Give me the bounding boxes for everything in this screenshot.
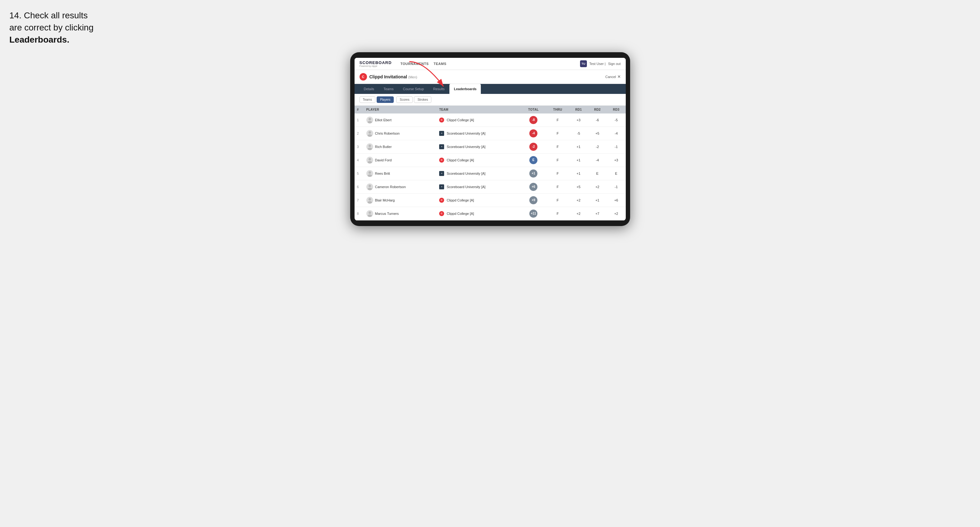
instruction-line3: Leaderboards. [10, 35, 69, 44]
cell-total: -8 [521, 113, 546, 127]
tournament-name: Clippd Invitational (Men) [369, 74, 606, 79]
cell-team: CClippd College [A] [437, 153, 521, 167]
player-name: Elliot Ebert [375, 118, 391, 122]
nav-tournaments[interactable]: TOURNAMENTS [400, 60, 429, 67]
cell-pos: 3 [355, 140, 364, 153]
cell-player: Marcus Turners [364, 207, 437, 220]
cell-team: CClippd College [A] [437, 113, 521, 127]
cell-rd2: +2 [588, 180, 607, 194]
cell-team: ≡Scoreboard University [A] [437, 167, 521, 180]
filter-teams[interactable]: Teams [360, 96, 375, 103]
cancel-button[interactable]: Cancel ✕ [605, 74, 620, 79]
cell-thru: F [546, 153, 569, 167]
table-row: 2Chris Robertson≡Scoreboard University [… [355, 127, 626, 140]
tablet-wrapper: SCOREBOARD Powered by clippd TOURNAMENTS… [350, 52, 630, 226]
leaderboard-body: 1Elliot EbertCClippd College [A]-8F+3-6-… [355, 113, 626, 221]
cell-team: ≡Scoreboard University [A] [437, 127, 521, 140]
tab-details[interactable]: Details [360, 84, 379, 94]
player-avatar [366, 210, 373, 217]
table-row: 3Rich Butler≡Scoreboard University [A]-2… [355, 140, 626, 153]
cell-thru: F [546, 167, 569, 180]
svg-point-5 [369, 144, 371, 147]
svg-point-3 [369, 131, 371, 134]
cell-thru: F [546, 180, 569, 194]
cell-rd3: E [607, 167, 626, 180]
col-rd3: RD3 [607, 106, 626, 113]
player-avatar [366, 143, 373, 150]
cell-thru: F [546, 140, 569, 153]
col-thru: THRU [546, 106, 569, 113]
user-avatar: TU [580, 60, 587, 67]
cell-player: Blair McHarg [364, 194, 437, 207]
cell-player: Chris Robertson [364, 127, 437, 140]
tab-teams[interactable]: Teams [379, 84, 398, 94]
col-pos: # [355, 106, 364, 113]
player-avatar [366, 170, 373, 177]
cell-thru: F [546, 194, 569, 207]
cell-total: -4 [521, 127, 546, 140]
score-badge: -2 [529, 143, 538, 151]
player-name: David Ford [375, 158, 392, 162]
tab-leaderboards[interactable]: Leaderboards [449, 84, 481, 94]
cell-rd2: -4 [588, 153, 607, 167]
cell-total: +11 [521, 207, 546, 220]
instruction-line2: are correct by clicking [10, 23, 94, 32]
cell-rd1: -5 [569, 127, 588, 140]
svg-point-11 [369, 185, 371, 187]
cell-team: CClippd College [A] [437, 194, 521, 207]
cell-rd3: -1 [607, 140, 626, 153]
svg-point-14 [368, 201, 372, 204]
player-name: Marcus Turners [375, 212, 399, 216]
player-name: Blair McHarg [375, 198, 395, 202]
cell-pos: 2 [355, 127, 364, 140]
cell-rd3: +6 [607, 194, 626, 207]
team-logo: C [439, 117, 444, 122]
svg-point-7 [369, 158, 371, 160]
cell-total: +1 [521, 167, 546, 180]
col-total: TOTAL [521, 106, 546, 113]
team-name: Scoreboard University [A] [447, 171, 485, 175]
sign-out-link[interactable]: Sign out [608, 62, 620, 66]
tournament-tag: (Men) [408, 75, 417, 79]
cell-rd3: +2 [607, 207, 626, 220]
filter-scores[interactable]: Scores [396, 96, 413, 103]
cell-pos: 6 [355, 180, 364, 194]
team-name: Clippd College [A] [447, 212, 474, 216]
cell-total: E [521, 153, 546, 167]
nav-right: TU Test User | Sign out [580, 60, 621, 67]
nav-teams[interactable]: TEAMS [434, 60, 446, 67]
score-badge: +1 [529, 170, 538, 178]
nav-links: TOURNAMENTS TEAMS [400, 60, 574, 67]
cell-thru: F [546, 127, 569, 140]
cell-rd2: -2 [588, 140, 607, 153]
cell-rd3: -5 [607, 113, 626, 127]
cell-rd3: +3 [607, 153, 626, 167]
tab-course-setup[interactable]: Course Setup [399, 84, 428, 94]
logo-sub: Powered by clippd [360, 65, 392, 67]
score-badge: E [529, 156, 538, 164]
top-nav: SCOREBOARD Powered by clippd TOURNAMENTS… [355, 58, 626, 70]
cell-rd3: -1 [607, 180, 626, 194]
svg-point-16 [368, 214, 372, 217]
cell-rd1: +2 [569, 207, 588, 220]
cell-player: Elliot Ebert [364, 113, 437, 127]
team-name: Clippd College [A] [447, 198, 474, 202]
cell-rd3: -4 [607, 127, 626, 140]
score-badge: +11 [529, 210, 538, 217]
cell-pos: 5 [355, 167, 364, 180]
cell-thru: F [546, 113, 569, 127]
cell-rd2: E [588, 167, 607, 180]
col-rd1: RD1 [569, 106, 588, 113]
cell-total: -2 [521, 140, 546, 153]
team-logo: C [439, 158, 444, 163]
svg-point-4 [368, 134, 372, 137]
tablet-screen: SCOREBOARD Powered by clippd TOURNAMENTS… [355, 58, 626, 221]
table-header-row: # PLAYER TEAM TOTAL THRU RD1 RD2 RD3 [355, 106, 626, 113]
cell-rd1: +1 [569, 153, 588, 167]
filter-players[interactable]: Players [377, 96, 394, 103]
cell-team: ≡Scoreboard University [A] [437, 140, 521, 153]
player-avatar [366, 117, 373, 124]
tab-results[interactable]: Results [429, 84, 449, 94]
cell-rd2: +5 [588, 127, 607, 140]
filter-strokes[interactable]: Strokes [414, 96, 431, 103]
